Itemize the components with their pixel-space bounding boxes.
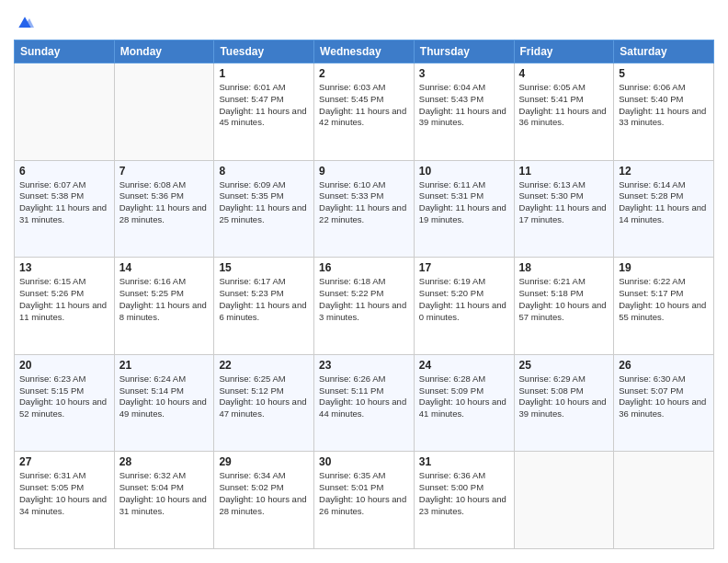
day-info: Sunrise: 6:07 AMSunset: 5:38 PMDaylight:… — [19, 179, 109, 226]
day-cell: 28Sunrise: 6:32 AMSunset: 5:04 PMDayligh… — [114, 452, 214, 549]
weekday-header-friday: Friday — [514, 40, 614, 63]
day-cell: 29Sunrise: 6:34 AMSunset: 5:02 PMDayligh… — [214, 452, 314, 549]
day-cell: 7Sunrise: 6:08 AMSunset: 5:36 PMDaylight… — [114, 160, 214, 258]
day-info: Sunrise: 6:09 AMSunset: 5:35 PMDaylight:… — [219, 179, 309, 226]
day-cell: 20Sunrise: 6:23 AMSunset: 5:15 PMDayligh… — [15, 354, 115, 452]
day-cell: 4Sunrise: 6:05 AMSunset: 5:41 PMDaylight… — [514, 63, 614, 161]
day-cell: 10Sunrise: 6:11 AMSunset: 5:31 PMDayligh… — [414, 160, 514, 258]
day-cell: 19Sunrise: 6:22 AMSunset: 5:17 PMDayligh… — [614, 258, 714, 355]
day-info: Sunrise: 6:06 AMSunset: 5:40 PMDaylight:… — [619, 82, 709, 129]
day-cell: 24Sunrise: 6:28 AMSunset: 5:09 PMDayligh… — [414, 354, 514, 452]
day-cell — [15, 63, 115, 161]
day-info: Sunrise: 6:31 AMSunset: 5:05 PMDaylight:… — [19, 470, 109, 517]
day-number: 8 — [219, 165, 309, 178]
day-cell: 22Sunrise: 6:25 AMSunset: 5:12 PMDayligh… — [214, 354, 314, 452]
day-cell: 13Sunrise: 6:15 AMSunset: 5:26 PMDayligh… — [15, 258, 115, 355]
day-number: 16 — [319, 261, 409, 274]
day-info: Sunrise: 6:23 AMSunset: 5:15 PMDaylight:… — [19, 373, 109, 420]
header — [14, 14, 714, 32]
day-cell: 6Sunrise: 6:07 AMSunset: 5:38 PMDaylight… — [15, 160, 115, 258]
logo-icon — [16, 14, 34, 32]
day-cell: 23Sunrise: 6:26 AMSunset: 5:11 PMDayligh… — [314, 354, 415, 452]
calendar-table: SundayMondayTuesdayWednesdayThursdayFrid… — [14, 40, 714, 549]
day-info: Sunrise: 6:14 AMSunset: 5:28 PMDaylight:… — [619, 179, 709, 226]
day-number: 4 — [519, 67, 609, 80]
day-cell: 12Sunrise: 6:14 AMSunset: 5:28 PMDayligh… — [614, 160, 714, 258]
week-row-4: 20Sunrise: 6:23 AMSunset: 5:15 PMDayligh… — [15, 354, 714, 452]
day-number: 19 — [619, 261, 709, 274]
weekday-header-thursday: Thursday — [414, 40, 514, 63]
day-info: Sunrise: 6:18 AMSunset: 5:22 PMDaylight:… — [319, 276, 409, 323]
day-number: 23 — [319, 359, 409, 372]
day-info: Sunrise: 6:30 AMSunset: 5:07 PMDaylight:… — [619, 373, 709, 420]
day-number: 17 — [419, 261, 509, 274]
day-cell: 31Sunrise: 6:36 AMSunset: 5:00 PMDayligh… — [414, 452, 514, 549]
day-cell: 3Sunrise: 6:04 AMSunset: 5:43 PMDaylight… — [414, 63, 514, 161]
day-number: 5 — [619, 67, 709, 80]
day-info: Sunrise: 6:32 AMSunset: 5:04 PMDaylight:… — [119, 470, 210, 517]
day-number: 15 — [219, 261, 309, 274]
day-info: Sunrise: 6:28 AMSunset: 5:09 PMDaylight:… — [419, 373, 509, 420]
day-cell: 16Sunrise: 6:18 AMSunset: 5:22 PMDayligh… — [314, 258, 415, 355]
weekday-header-row: SundayMondayTuesdayWednesdayThursdayFrid… — [15, 40, 714, 63]
day-info: Sunrise: 6:11 AMSunset: 5:31 PMDaylight:… — [419, 179, 509, 226]
day-number: 21 — [119, 359, 210, 372]
day-cell: 11Sunrise: 6:13 AMSunset: 5:30 PMDayligh… — [514, 160, 614, 258]
day-cell — [514, 452, 614, 549]
day-info: Sunrise: 6:21 AMSunset: 5:18 PMDaylight:… — [519, 276, 609, 323]
day-info: Sunrise: 6:04 AMSunset: 5:43 PMDaylight:… — [419, 82, 509, 129]
day-number: 29 — [219, 455, 309, 468]
day-info: Sunrise: 6:29 AMSunset: 5:08 PMDaylight:… — [519, 373, 609, 420]
week-row-1: 1Sunrise: 6:01 AMSunset: 5:47 PMDaylight… — [15, 63, 714, 161]
day-info: Sunrise: 6:22 AMSunset: 5:17 PMDaylight:… — [619, 276, 709, 323]
day-info: Sunrise: 6:13 AMSunset: 5:30 PMDaylight:… — [519, 179, 609, 226]
day-number: 6 — [19, 165, 109, 178]
day-number: 31 — [419, 455, 509, 468]
day-info: Sunrise: 6:34 AMSunset: 5:02 PMDaylight:… — [219, 470, 309, 517]
day-cell: 25Sunrise: 6:29 AMSunset: 5:08 PMDayligh… — [514, 354, 614, 452]
day-number: 18 — [519, 261, 609, 274]
day-number: 10 — [419, 165, 509, 178]
day-cell — [114, 63, 214, 161]
day-number: 30 — [319, 455, 409, 468]
day-number: 9 — [319, 165, 409, 178]
day-info: Sunrise: 6:36 AMSunset: 5:00 PMDaylight:… — [419, 470, 509, 517]
day-cell: 21Sunrise: 6:24 AMSunset: 5:14 PMDayligh… — [114, 354, 214, 452]
day-info: Sunrise: 6:10 AMSunset: 5:33 PMDaylight:… — [319, 179, 409, 226]
day-number: 13 — [19, 261, 109, 274]
day-info: Sunrise: 6:01 AMSunset: 5:47 PMDaylight:… — [219, 82, 309, 129]
weekday-header-saturday: Saturday — [614, 40, 714, 63]
weekday-header-wednesday: Wednesday — [314, 40, 415, 63]
day-info: Sunrise: 6:15 AMSunset: 5:26 PMDaylight:… — [19, 276, 109, 323]
page: SundayMondayTuesdayWednesdayThursdayFrid… — [0, 0, 728, 563]
day-number: 22 — [219, 359, 309, 372]
day-number: 25 — [519, 359, 609, 372]
day-number: 26 — [619, 359, 709, 372]
day-number: 11 — [519, 165, 609, 178]
week-row-3: 13Sunrise: 6:15 AMSunset: 5:26 PMDayligh… — [15, 258, 714, 355]
day-number: 7 — [119, 165, 210, 178]
day-cell: 27Sunrise: 6:31 AMSunset: 5:05 PMDayligh… — [15, 452, 115, 549]
day-info: Sunrise: 6:05 AMSunset: 5:41 PMDaylight:… — [519, 82, 609, 129]
weekday-header-sunday: Sunday — [15, 40, 115, 63]
day-info: Sunrise: 6:26 AMSunset: 5:11 PMDaylight:… — [319, 373, 409, 420]
day-info: Sunrise: 6:25 AMSunset: 5:12 PMDaylight:… — [219, 373, 309, 420]
week-row-2: 6Sunrise: 6:07 AMSunset: 5:38 PMDaylight… — [15, 160, 714, 258]
day-info: Sunrise: 6:17 AMSunset: 5:23 PMDaylight:… — [219, 276, 309, 323]
day-cell: 8Sunrise: 6:09 AMSunset: 5:35 PMDaylight… — [214, 160, 314, 258]
day-info: Sunrise: 6:03 AMSunset: 5:45 PMDaylight:… — [319, 82, 409, 129]
week-row-5: 27Sunrise: 6:31 AMSunset: 5:05 PMDayligh… — [15, 452, 714, 549]
day-cell: 17Sunrise: 6:19 AMSunset: 5:20 PMDayligh… — [414, 258, 514, 355]
day-number: 24 — [419, 359, 509, 372]
day-cell: 18Sunrise: 6:21 AMSunset: 5:18 PMDayligh… — [514, 258, 614, 355]
day-number: 27 — [19, 455, 109, 468]
day-cell: 9Sunrise: 6:10 AMSunset: 5:33 PMDaylight… — [314, 160, 415, 258]
day-cell: 14Sunrise: 6:16 AMSunset: 5:25 PMDayligh… — [114, 258, 214, 355]
day-number: 3 — [419, 67, 509, 80]
day-info: Sunrise: 6:19 AMSunset: 5:20 PMDaylight:… — [419, 276, 509, 323]
weekday-header-monday: Monday — [114, 40, 214, 63]
day-info: Sunrise: 6:16 AMSunset: 5:25 PMDaylight:… — [119, 276, 210, 323]
day-number: 14 — [119, 261, 210, 274]
day-number: 20 — [19, 359, 109, 372]
day-cell: 1Sunrise: 6:01 AMSunset: 5:47 PMDaylight… — [214, 63, 314, 161]
